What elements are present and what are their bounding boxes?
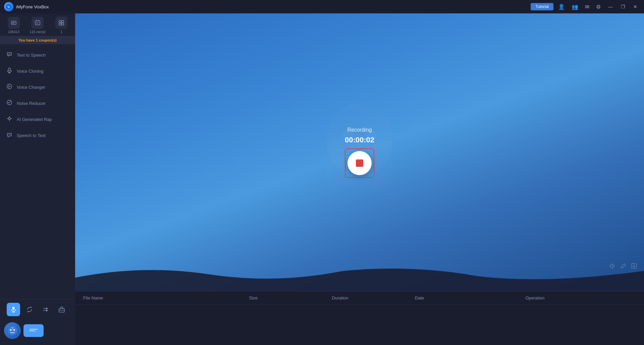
- noise-reducer-icon: [6, 99, 13, 107]
- stop-icon: [356, 159, 363, 167]
- svg-point-15: [10, 329, 12, 331]
- chatbot-avatar[interactable]: [4, 322, 21, 339]
- wave-background: [75, 264, 644, 291]
- svg-rect-12: [12, 307, 14, 310]
- text-to-speech-icon: [6, 51, 13, 59]
- chars-value: 105413: [8, 30, 19, 34]
- sidebar-item-voice-cloning[interactable]: Voice Cloning: [0, 63, 75, 79]
- briefcase-tab[interactable]: [55, 303, 68, 316]
- svg-rect-6: [59, 23, 61, 25]
- col-duration: Duration: [332, 295, 415, 300]
- svg-rect-8: [8, 68, 10, 71]
- app-title: iMyFone VoxBox: [16, 4, 49, 9]
- close-button[interactable]: ✕: [631, 3, 640, 11]
- account-icon[interactable]: 👤: [556, 2, 567, 11]
- sidebar-bottom-icons: [0, 299, 75, 320]
- sidebar-item-ai-generated-rap[interactable]: AI Generated Rap: [0, 111, 75, 127]
- file-table-section: File Name Size Duration Date Operation: [75, 291, 644, 345]
- sidebar: 105413 115 min(s): [0, 13, 75, 345]
- table-header: File Name Size Duration Date Operation: [75, 291, 644, 305]
- loop-tab[interactable]: [23, 303, 36, 316]
- stats-bar: 105413 115 min(s): [0, 13, 75, 36]
- maximize-button[interactable]: ❐: [618, 3, 628, 11]
- speech-to-text-icon: [6, 132, 13, 139]
- stop-recording-button[interactable]: [347, 151, 372, 175]
- col-date: Date: [415, 295, 526, 300]
- recording-actions: [609, 263, 637, 271]
- stat-chars: 105413: [8, 17, 20, 34]
- stat-count: 1: [55, 17, 67, 34]
- svg-rect-3: [35, 21, 40, 25]
- friends-icon[interactable]: 👥: [570, 2, 580, 11]
- nav-items: Text to Speech Voice Cloning: [0, 44, 75, 299]
- svg-point-11: [8, 118, 10, 120]
- sidebar-label-text-to-speech: Text to Speech: [17, 53, 46, 58]
- sidebar-item-speech-to-text[interactable]: Speech to Text: [0, 127, 75, 143]
- mins-icon: [32, 17, 44, 29]
- voice-changer-icon: [6, 83, 13, 91]
- col-operation: Operation: [525, 295, 636, 300]
- sidebar-item-noise-reducer[interactable]: Noise Reducer: [0, 95, 75, 111]
- titlebar-controls: Tutorial 👤 👥 ✉ ⚙ — ❐ ✕: [531, 2, 640, 11]
- tutorial-button[interactable]: Tutorial: [531, 3, 553, 10]
- svg-rect-2: [11, 21, 16, 24]
- export-icon[interactable]: [631, 263, 637, 271]
- recording-ui: Recording 00:00:02: [345, 127, 374, 178]
- sidebar-label-ai-generated-rap: AI Generated Rap: [17, 117, 52, 122]
- count-icon: [55, 17, 67, 29]
- stat-mins: 115 min(s): [30, 17, 45, 34]
- volume-icon[interactable]: [609, 263, 616, 271]
- sidebar-item-text-to-speech[interactable]: Text to Speech: [0, 47, 75, 63]
- sidebar-label-noise-reducer: Noise Reducer: [17, 101, 46, 106]
- svg-point-16: [13, 329, 15, 331]
- shuffle-tab[interactable]: [39, 303, 52, 316]
- recording-timer: 00:00:02: [345, 136, 374, 144]
- main-layout: 105413 115 min(s): [0, 13, 644, 345]
- settings-icon[interactable]: ⚙: [594, 2, 603, 11]
- svg-rect-4: [59, 20, 61, 22]
- ai-rap-icon: [6, 116, 13, 123]
- count-value: 1: [60, 30, 62, 34]
- minimize-button[interactable]: —: [605, 3, 615, 11]
- edit-icon[interactable]: [620, 263, 627, 271]
- sidebar-label-speech-to-text: Speech to Text: [17, 133, 46, 138]
- recording-area: Recording 00:00:02: [75, 13, 644, 291]
- recording-status-label: Recording: [347, 127, 372, 133]
- svg-rect-5: [62, 20, 64, 22]
- sidebar-label-voice-cloning: Voice Cloning: [17, 69, 44, 74]
- table-body: [75, 305, 644, 345]
- svg-point-17: [12, 327, 13, 328]
- sidebar-item-voice-changer[interactable]: Voice Changer: [0, 79, 75, 95]
- mic-tab[interactable]: [7, 303, 20, 316]
- mail-icon[interactable]: ✉: [583, 2, 591, 11]
- svg-text:V: V: [8, 5, 10, 9]
- col-size: Size: [249, 295, 332, 300]
- voice-cloning-icon: [6, 67, 13, 75]
- chars-icon: [8, 17, 20, 29]
- chatbot-area: [0, 320, 75, 342]
- sidebar-label-voice-changer: Voice Changer: [17, 85, 45, 90]
- svg-rect-7: [62, 23, 64, 25]
- app-logo: V: [4, 2, 13, 11]
- titlebar: V iMyFone VoxBox Tutorial 👤 👥 ✉ ⚙ — ❐ ✕: [0, 0, 644, 13]
- mins-value: 115 min(s): [30, 30, 45, 34]
- coupon-banner[interactable]: You have 1 coupon(s): [0, 36, 75, 44]
- content-area: Recording 00:00:02: [75, 13, 644, 345]
- stop-button-wrapper: [345, 148, 374, 178]
- chatbot-bubble[interactable]: [23, 324, 44, 337]
- col-file-name: File Name: [83, 295, 249, 300]
